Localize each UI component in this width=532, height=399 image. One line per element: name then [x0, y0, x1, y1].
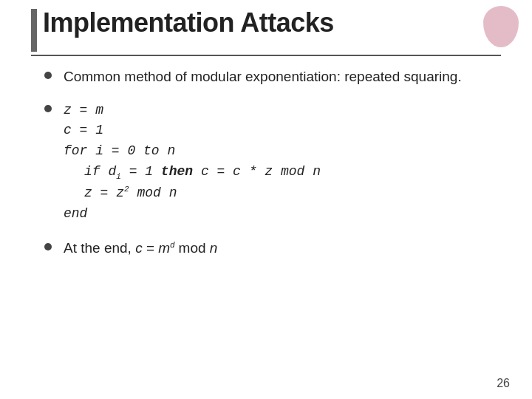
for-keyword: for	[64, 143, 95, 158]
code-line-z2: z = z2 mod n	[84, 183, 321, 204]
if-keyword: if	[84, 164, 108, 179]
mod-n-text: mod	[174, 240, 210, 256]
code-block: z = m c = 1 for i = 0 to n if di = 1 the…	[64, 100, 321, 225]
content-area: Common method of modular exponentiation:…	[44, 66, 488, 369]
code-line-if: if di = 1 then c = c * z mod n	[84, 162, 321, 183]
page-number: 26	[497, 377, 510, 390]
decorative-circle	[483, 6, 519, 47]
slide-title-section: Implementation Attacks	[43, 7, 473, 38]
code-line-for: for i = 0 to n	[64, 141, 321, 162]
equals-text: =	[143, 240, 159, 256]
bullet-text-1: Common method of modular exponentiation:…	[64, 66, 462, 87]
superscript-2: 2	[124, 185, 129, 194]
bullet-text-3: At the end, c = md mod n	[64, 238, 217, 259]
title-divider	[31, 55, 501, 56]
code-line-zm: z = m	[64, 100, 321, 121]
left-accent-bar	[31, 9, 37, 52]
bullet-dot-2	[44, 105, 52, 112]
bullet-item-1: Common method of modular exponentiation:…	[44, 66, 488, 87]
code-line-end: end	[64, 204, 321, 225]
bullet-dot-3	[44, 243, 52, 250]
bullet-dot-1	[44, 72, 52, 79]
subscript-i: i	[116, 172, 121, 181]
to-keyword: to	[143, 143, 160, 158]
normal-text: At the end,	[64, 240, 135, 256]
slide-title: Implementation Attacks	[43, 7, 473, 38]
bullet-item-3: At the end, c = md mod n	[44, 238, 488, 259]
code-line-c1: c = 1	[64, 120, 321, 141]
bullet1-text: Common method of modular exponentiation:…	[64, 69, 462, 84]
then-keyword: then	[161, 164, 193, 179]
bullet-item-2: z = m c = 1 for i = 0 to n if di = 1 the…	[44, 100, 488, 225]
